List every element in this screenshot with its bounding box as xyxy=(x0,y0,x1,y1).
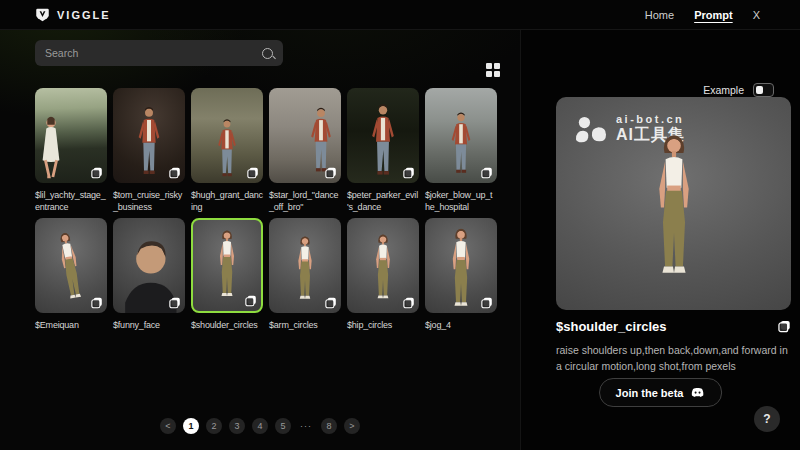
template-title-row: $shoulder_circles xyxy=(556,319,791,334)
template-description: raise shoulders up,then back,down,and fo… xyxy=(556,342,794,375)
video-thumbnail xyxy=(347,88,419,183)
top-nav: Home Prompt X xyxy=(645,9,760,21)
search-icon[interactable] xyxy=(262,48,273,59)
grid-view-icon[interactable] xyxy=(486,63,501,78)
template-title: $shoulder_circles xyxy=(556,319,667,334)
character-figure xyxy=(210,117,244,181)
preview-character-figure xyxy=(639,132,709,300)
character-figure xyxy=(211,229,243,309)
character-figure xyxy=(37,115,65,181)
search-input[interactable] xyxy=(45,47,262,59)
video-thumbnail xyxy=(269,218,341,313)
example-toggle-row: Example xyxy=(703,83,774,97)
character-figure xyxy=(47,229,94,313)
copy-template-icon[interactable] xyxy=(325,167,337,179)
template-card[interactable]: $peter_parker_evil's_dance xyxy=(347,88,419,218)
template-label: $lil_yachty_stage_entrance xyxy=(35,189,107,213)
nav-home[interactable]: Home xyxy=(645,9,674,21)
template-preview: ai-bot.cn AI工具集 xyxy=(556,97,791,310)
copy-template-icon[interactable] xyxy=(91,167,103,179)
template-card[interactable]: $joker_blow_up_the_hospital xyxy=(425,88,497,218)
viggle-brand[interactable]: VIGGLE xyxy=(35,7,111,22)
video-thumbnail xyxy=(425,218,497,313)
template-card[interactable]: $lil_yachty_stage_entrance xyxy=(35,88,107,218)
template-label: $funny_face xyxy=(113,319,185,331)
pagination-prev[interactable]: < xyxy=(160,418,176,434)
template-label: $shoulder_circles xyxy=(191,319,263,331)
nav-x[interactable]: X xyxy=(753,9,760,21)
browse-pane: $lil_yachty_stage_entrance $tom_cruise_r… xyxy=(0,30,520,450)
character-figure xyxy=(368,233,399,311)
join-beta-label: Join the beta xyxy=(616,387,684,399)
template-label: $hip_circles xyxy=(347,319,419,331)
copy-template-icon[interactable] xyxy=(481,167,493,179)
video-thumbnail xyxy=(269,88,341,183)
template-card[interactable]: $hip_circles xyxy=(347,218,419,348)
video-thumbnail xyxy=(191,88,263,183)
copy-template-icon[interactable] xyxy=(245,295,257,307)
template-card[interactable]: $funny_face xyxy=(113,218,185,348)
ai-bot-logo-icon xyxy=(574,115,608,145)
pagination-page-3[interactable]: 3 xyxy=(229,418,245,434)
copy-template-icon[interactable] xyxy=(91,297,103,309)
character-figure xyxy=(442,227,480,313)
video-thumbnail xyxy=(425,88,497,183)
copy-template-icon[interactable] xyxy=(247,167,259,179)
template-card[interactable]: $jog_4 xyxy=(425,218,497,348)
watermark-line1: ai-bot.cn xyxy=(616,113,685,125)
pagination: < 1 2 3 4 5 ··· 8 > xyxy=(0,418,520,434)
template-label: $joker_blow_up_the_hospital xyxy=(425,189,497,213)
detail-pane: Example ai-bot.cn AI工具集 $shoulder_circle… xyxy=(520,30,800,450)
search-bar xyxy=(35,40,283,66)
pagination-page-1[interactable]: 1 xyxy=(183,418,199,434)
video-thumbnail xyxy=(35,88,107,183)
template-card[interactable]: $arm_circles xyxy=(269,218,341,348)
video-thumbnail xyxy=(35,218,107,313)
pagination-next[interactable]: > xyxy=(344,418,360,434)
pagination-page-5[interactable]: 5 xyxy=(275,418,291,434)
template-card[interactable]: $tom_cruise_risky_business xyxy=(113,88,185,218)
pagination-ellipsis: ··· xyxy=(298,418,314,434)
copy-template-icon[interactable] xyxy=(325,297,337,309)
nav-prompt[interactable]: Prompt xyxy=(694,9,733,21)
brand-name: VIGGLE xyxy=(57,9,111,21)
template-label: $peter_parker_evil's_dance xyxy=(347,189,419,213)
template-grid: $lil_yachty_stage_entrance $tom_cruise_r… xyxy=(35,88,497,348)
template-card-selected[interactable]: $shoulder_circles xyxy=(191,218,263,348)
viggle-app: VIGGLE Home Prompt X $lil_yachty_stage_e… xyxy=(0,0,800,450)
character-figure xyxy=(362,101,404,181)
character-figure xyxy=(443,107,479,181)
template-card[interactable]: $star_lord_"dance_off_bro" xyxy=(269,88,341,218)
example-label: Example xyxy=(703,84,744,96)
join-beta-button[interactable]: Join the beta xyxy=(599,378,723,407)
copy-template-icon[interactable] xyxy=(403,297,415,309)
pagination-page-2[interactable]: 2 xyxy=(206,418,222,434)
copy-template-icon[interactable] xyxy=(169,167,181,179)
character-figure xyxy=(290,235,320,311)
video-thumbnail xyxy=(347,218,419,313)
example-toggle[interactable] xyxy=(753,83,774,97)
pagination-page-8[interactable]: 8 xyxy=(321,418,337,434)
template-label: $tom_cruise_risky_business xyxy=(113,189,185,213)
template-label: $hugh_grant_dancing xyxy=(191,189,263,213)
copy-template-icon[interactable] xyxy=(481,297,493,309)
video-thumbnail xyxy=(191,218,263,313)
copy-template-icon[interactable] xyxy=(403,167,415,179)
help-button[interactable]: ? xyxy=(754,406,780,432)
viggle-logo-icon xyxy=(35,7,50,22)
template-label: $arm_circles xyxy=(269,319,341,331)
top-bar: VIGGLE Home Prompt X xyxy=(0,0,800,30)
template-label: $star_lord_"dance_off_bro" xyxy=(269,189,341,213)
video-thumbnail xyxy=(113,88,185,183)
pagination-page-4[interactable]: 4 xyxy=(252,418,268,434)
copy-template-icon[interactable] xyxy=(169,297,181,309)
template-card[interactable]: $Emeiquan xyxy=(35,218,107,348)
video-thumbnail xyxy=(113,218,185,313)
template-label: $jog_4 xyxy=(425,319,497,331)
discord-icon xyxy=(690,385,705,400)
template-label: $Emeiquan xyxy=(35,319,107,331)
template-card[interactable]: $hugh_grant_dancing xyxy=(191,88,263,218)
character-figure xyxy=(129,103,169,181)
copy-title-icon[interactable] xyxy=(778,320,791,333)
